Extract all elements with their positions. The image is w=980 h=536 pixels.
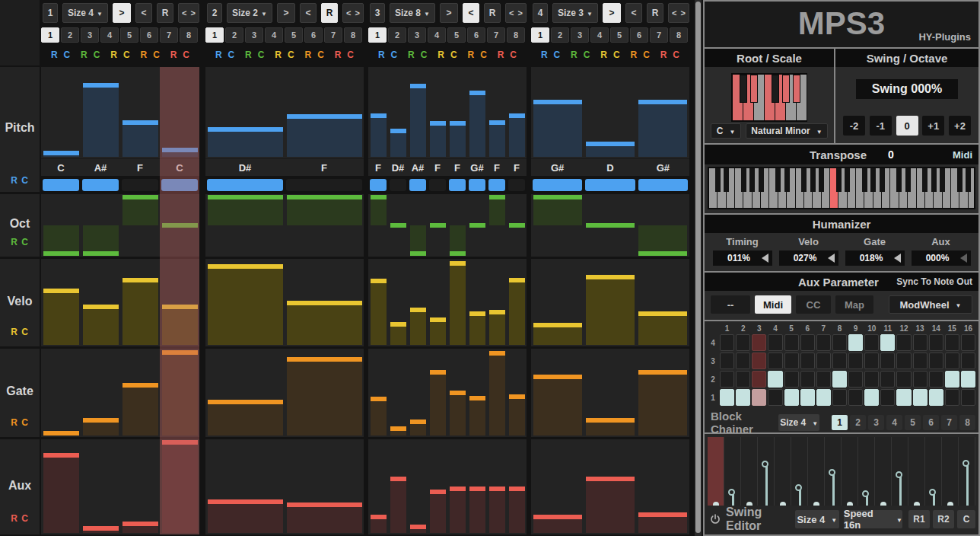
velo-bar-cap[interactable] [287, 301, 362, 305]
block-page-button[interactable]: 4 [100, 27, 119, 43]
chainer-cell[interactable] [848, 353, 863, 369]
scale-black-key[interactable] [793, 75, 800, 103]
oct-step[interactable] [120, 194, 160, 257]
decrement-arrow-icon[interactable] [828, 254, 835, 263]
pitch-bar[interactable] [533, 104, 582, 157]
chainer-cell[interactable] [816, 371, 831, 388]
gate-bar-cap[interactable] [208, 400, 283, 404]
oct-bar[interactable] [410, 225, 426, 251]
aux-bar-cap[interactable] [287, 502, 362, 507]
clear-gate-button[interactable]: C [153, 49, 160, 60]
pitch-step[interactable] [467, 67, 487, 158]
randomize-aux-button[interactable]: R [660, 49, 667, 60]
gate-step[interactable] [120, 349, 160, 437]
gate-bar-cap[interactable] [390, 426, 406, 431]
pitch-onoff-cell[interactable] [207, 179, 283, 191]
oct-bar[interactable] [489, 199, 505, 225]
pitch-step[interactable] [447, 67, 467, 158]
scale-black-key[interactable] [772, 75, 779, 103]
swing-value-handle[interactable] [829, 469, 835, 476]
chainer-cell[interactable] [736, 389, 750, 406]
randomize-aux-button[interactable]: R [335, 49, 342, 60]
aux-bar-cap[interactable] [586, 477, 635, 481]
clear-pitch-button[interactable]: C [64, 49, 71, 60]
octave-button-0[interactable]: 0 [896, 116, 918, 136]
oct-bar-cap[interactable] [586, 223, 635, 228]
gate-bar-cap[interactable] [469, 396, 485, 400]
chainer-cell[interactable] [832, 371, 847, 388]
pitch-step[interactable] [487, 67, 507, 158]
transpose-black-key[interactable] [905, 168, 911, 192]
velo-step[interactable] [120, 259, 160, 346]
aux-bar-cap[interactable] [450, 487, 466, 491]
velo-step[interactable] [408, 259, 428, 346]
lane-rc-aux[interactable]: R C [0, 513, 40, 524]
aux-bar-cap[interactable] [83, 526, 119, 531]
oct-bar-cap[interactable] [430, 223, 446, 228]
transpose-black-key[interactable] [880, 168, 885, 192]
velo-bar[interactable] [586, 279, 635, 345]
chainer-page-button[interactable]: 4 [886, 415, 902, 430]
velo-step[interactable] [81, 259, 120, 346]
oct-step[interactable] [285, 194, 364, 257]
clear-gate-button[interactable]: C [317, 49, 324, 60]
oct-bar-cap[interactable] [287, 195, 362, 199]
velo-step[interactable] [584, 259, 636, 346]
clear-oct-button[interactable]: C [258, 49, 265, 60]
transpose-black-key[interactable] [749, 168, 755, 192]
randomize-aux-button[interactable]: R [170, 49, 177, 60]
chainer-cell[interactable] [929, 371, 943, 388]
chainer-cell[interactable] [896, 334, 911, 351]
chainer-page-button[interactable]: 3 [868, 415, 884, 430]
humanizer-value-box[interactable]: 027% [779, 250, 838, 266]
humanizer-value-box[interactable]: 018% [845, 250, 905, 266]
swing-step-column[interactable] [775, 437, 791, 506]
aux-step[interactable] [531, 439, 584, 534]
pitch-bar-cap[interactable] [469, 91, 485, 95]
swing-value-dot[interactable] [780, 502, 786, 506]
scale-keyboard[interactable] [731, 73, 807, 122]
velo-bar-cap[interactable] [489, 310, 505, 314]
gate-bar[interactable] [509, 399, 525, 436]
block-page-button[interactable]: 5 [610, 27, 628, 43]
oct-bar-cap[interactable] [390, 223, 406, 228]
block-nav-fwd-button[interactable]: > [440, 3, 458, 23]
block-page-button[interactable]: 7 [160, 27, 178, 43]
pitch-onoff-cell[interactable] [488, 179, 505, 191]
randomize-pitch-button[interactable]: R [378, 49, 385, 60]
pitch-bar-cap[interactable] [208, 127, 283, 132]
gate-bar-cap[interactable] [43, 431, 79, 436]
oct-step[interactable] [388, 194, 408, 257]
gate-step[interactable] [408, 349, 428, 437]
block-page-button[interactable]: 6 [140, 27, 158, 43]
gate-bar-cap[interactable] [83, 418, 119, 423]
clear-gate-button[interactable]: C [480, 49, 487, 60]
swing-value-dot[interactable] [914, 502, 920, 506]
oct-step[interactable] [531, 194, 584, 257]
gate-bar[interactable] [371, 401, 387, 436]
gate-bar-cap[interactable] [533, 375, 582, 379]
chainer-page-button[interactable]: 7 [941, 415, 957, 430]
chainer-page-button[interactable]: 2 [850, 415, 866, 430]
pitch-step[interactable] [41, 67, 81, 158]
midi-label[interactable]: Midi [953, 149, 972, 161]
randomize-aux-button[interactable]: R [498, 49, 504, 60]
chainer-cell[interactable] [945, 334, 959, 351]
swing-value-handle[interactable] [896, 471, 902, 478]
shift-left-button[interactable]: < [672, 8, 676, 18]
gate-step[interactable] [467, 349, 487, 437]
gate-bar-cap[interactable] [371, 397, 387, 401]
shift-left-button[interactable]: < [346, 8, 351, 18]
chainer-cell[interactable] [800, 389, 815, 406]
velo-bar-cap[interactable] [586, 275, 635, 279]
swing-value-dot[interactable] [947, 502, 953, 506]
randomize-velo-button[interactable]: R [275, 49, 282, 60]
chainer-cell[interactable] [752, 353, 766, 369]
aux-step[interactable] [368, 439, 388, 534]
swing-speed-dropdown[interactable]: Speed 16n▼ [844, 510, 902, 528]
pitch-bar[interactable] [371, 118, 387, 157]
pitch-step[interactable] [120, 67, 160, 158]
block-page-button[interactable]: 1 [205, 27, 224, 43]
block-shift-buttons[interactable]: <> [668, 3, 689, 23]
pitch-onoff-cell[interactable] [533, 179, 582, 191]
